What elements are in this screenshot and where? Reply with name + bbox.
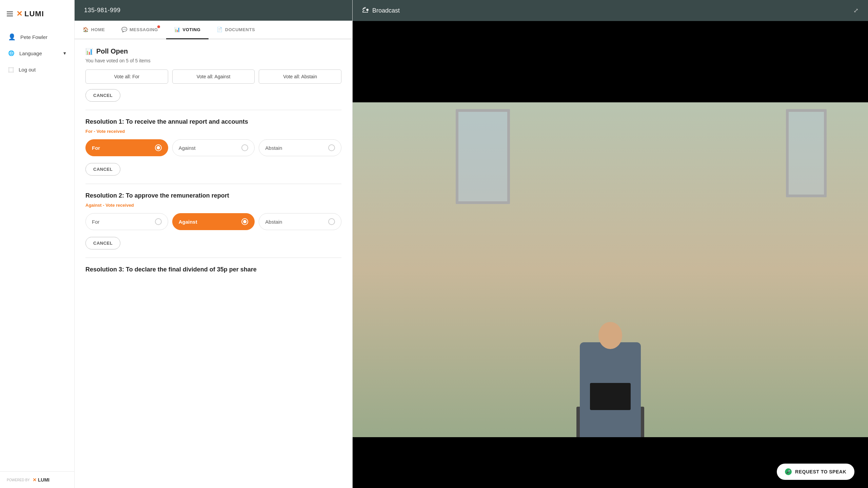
resolution-1-abstain-label: Abstain — [265, 145, 282, 151]
lumi-x-icon: ✕ — [16, 9, 22, 18]
sidebar-language-label: Language — [19, 50, 42, 56]
poll-cancel-button[interactable]: CANCEL — [85, 89, 120, 102]
tab-messaging[interactable]: 💬 MESSAGING — [113, 21, 166, 39]
resolution-1-section: Resolution 1: To receive the annual repo… — [85, 118, 341, 176]
resolution-2-against-radio — [241, 218, 248, 225]
sidebar-header: ✕ LUMI — [0, 0, 74, 25]
footer-lumi-logo: ✕ LUMI — [33, 477, 50, 483]
chevron-down-icon: ▾ — [63, 50, 66, 56]
broadcast-title-area: Broadcast — [362, 7, 400, 14]
poll-open-title: Poll Open — [96, 47, 128, 55]
sidebar-nav: 👤 Pete Fowler 🌐 Language ▾ ⬚ Log out — [0, 25, 74, 471]
poll-voted-text: You have voted on 5 of 5 items — [85, 58, 341, 63]
mic-icon: 🎤 — [785, 468, 792, 475]
tab-documents-label: DOCUMENTS — [225, 27, 255, 32]
resolution-2-options: For Against Abstain — [85, 213, 341, 230]
voting-icon: 📊 — [174, 27, 180, 32]
video-presenter — [353, 102, 868, 437]
window-left — [456, 109, 510, 204]
resolution-1-status: For - Vote received — [85, 129, 341, 134]
panel-session-id: 135-981-999 — [84, 7, 121, 14]
lumi-logo: ✕ LUMI — [16, 9, 44, 18]
voting-panel: 135-981-999 🏠 HOME 💬 MESSAGING 📊 VOTING … — [75, 0, 353, 488]
messaging-icon: 💬 — [121, 27, 127, 32]
main-content: 135-981-999 🏠 HOME 💬 MESSAGING 📊 VOTING … — [75, 0, 868, 488]
resolution-1-cancel-button[interactable]: CANCEL — [85, 163, 120, 176]
sidebar: ✕ LUMI 👤 Pete Fowler 🌐 Language ▾ ⬚ Log … — [0, 0, 75, 488]
divider-1 — [85, 110, 341, 110]
person-icon: 👤 — [8, 33, 16, 41]
lumi-logo-text: LUMI — [24, 9, 44, 18]
resolution-3-section: Resolution 3: To declare the final divid… — [85, 266, 341, 273]
sidebar-item-user[interactable]: 👤 Pete Fowler — [0, 28, 74, 45]
divider-2 — [85, 184, 341, 184]
resolution-1-against-label: Against — [179, 145, 196, 151]
sidebar-user-name: Pete Fowler — [20, 34, 47, 40]
resolution-2-abstain-label: Abstain — [265, 219, 282, 225]
home-icon: 🏠 — [83, 27, 89, 32]
sidebar-item-language[interactable]: 🌐 Language ▾ — [0, 45, 74, 61]
sidebar-item-logout[interactable]: ⬚ Log out — [0, 61, 74, 78]
resolution-2-for-label: For — [92, 219, 100, 225]
window-right — [786, 109, 827, 197]
tab-messaging-label: MESSAGING — [130, 27, 158, 32]
footer-lumi-text: LUMI — [38, 477, 50, 483]
resolution-2-against-button[interactable]: Against — [172, 213, 255, 230]
resolution-1-abstain-radio — [328, 144, 335, 151]
sidebar-logout-label: Log out — [19, 67, 36, 73]
divider-3 — [85, 258, 341, 258]
documents-icon: 📄 — [217, 27, 223, 32]
broadcast-title: Broadcast — [372, 7, 400, 14]
resolution-1-abstain-button[interactable]: Abstain — [259, 139, 341, 156]
logout-icon: ⬚ — [8, 66, 14, 73]
resolution-2-cancel-button[interactable]: CANCEL — [85, 237, 120, 249]
messaging-badge — [157, 25, 160, 28]
sidebar-footer: POWERED BY ✕ LUMI — [0, 471, 74, 488]
resolution-1-for-button[interactable]: For — [85, 139, 168, 156]
tab-documents[interactable]: 📄 DOCUMENTS — [209, 21, 263, 39]
video-main — [353, 102, 868, 437]
voting-scroll-area: 📊 Poll Open You have voted on 5 of 5 ite… — [75, 39, 352, 488]
resolution-2-section: Resolution 2: To approve the remuneratio… — [85, 192, 341, 249]
resolution-2-for-radio — [155, 218, 162, 225]
powered-by-text: POWERED BY — [7, 478, 30, 482]
request-to-speak-button[interactable]: 🎤 REQUEST TO SPEAK — [777, 464, 854, 480]
tab-home[interactable]: 🏠 HOME — [75, 21, 113, 39]
expand-icon[interactable]: ⤢ — [853, 7, 859, 14]
tab-home-label: HOME — [91, 27, 105, 32]
vote-all-for-button[interactable]: Vote all: For — [85, 69, 168, 84]
video-bottom-black: 🎤 REQUEST TO SPEAK — [353, 437, 868, 488]
resolution-1-title: Resolution 1: To receive the annual repo… — [85, 118, 341, 125]
resolution-2-abstain-radio — [328, 218, 335, 225]
vote-all-against-button[interactable]: Vote all: Against — [172, 69, 255, 84]
resolution-2-abstain-button[interactable]: Abstain — [259, 213, 341, 230]
resolution-2-against-label: Against — [179, 219, 197, 225]
presenter-laptop — [590, 383, 631, 410]
panel-header: 135-981-999 — [75, 0, 352, 21]
tab-voting[interactable]: 📊 VOTING — [166, 21, 209, 39]
resolution-1-against-button[interactable]: Against — [172, 139, 255, 156]
resolution-1-for-radio — [155, 144, 162, 151]
poll-open-section: 📊 Poll Open You have voted on 5 of 5 ite… — [85, 47, 341, 102]
vote-all-buttons: Vote all: For Vote all: Against Vote all… — [85, 69, 341, 84]
request-to-speak-label: REQUEST TO SPEAK — [795, 469, 846, 474]
footer-lumi-x-icon: ✕ — [33, 477, 37, 483]
tab-bar: 🏠 HOME 💬 MESSAGING 📊 VOTING 📄 DOCUMENTS — [75, 21, 352, 39]
menu-button[interactable] — [7, 12, 13, 16]
broadcast-panel: Broadcast ⤢ — [353, 0, 868, 488]
resolution-3-title: Resolution 3: To declare the final divid… — [85, 266, 341, 273]
video-top-black — [353, 21, 868, 102]
poll-open-icon: 📊 — [85, 48, 93, 55]
resolution-1-against-radio — [241, 144, 248, 151]
resolution-1-options: For Against Abstain — [85, 139, 341, 156]
tab-voting-label: VOTING — [182, 27, 200, 32]
cast-icon — [362, 7, 369, 14]
broadcast-header: Broadcast ⤢ — [353, 0, 868, 21]
vote-all-abstain-button[interactable]: Vote all: Abstain — [259, 69, 341, 84]
globe-icon: 🌐 — [8, 50, 15, 56]
resolution-2-title: Resolution 2: To approve the remuneratio… — [85, 192, 341, 199]
resolution-2-for-button[interactable]: For — [85, 213, 168, 230]
resolution-2-status: Against - Vote received — [85, 203, 341, 208]
presenter-head — [598, 322, 622, 349]
resolution-1-for-label: For — [92, 145, 100, 151]
